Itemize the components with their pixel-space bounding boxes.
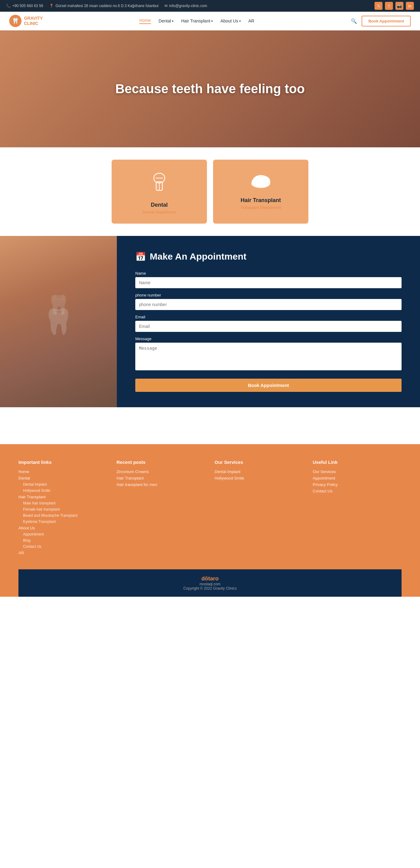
message-input[interactable]: [135, 343, 401, 370]
linkedin-icon[interactable]: in: [406, 2, 414, 10]
footer-service-implant[interactable]: Dental Implant: [215, 469, 303, 474]
footer-useful-privacy[interactable]: Privacy Policy: [313, 482, 401, 487]
footer-useful-contact[interactable]: Contact Us: [313, 489, 401, 493]
nav-dental[interactable]: Dental: [159, 19, 173, 23]
email-icon: ✉: [164, 4, 168, 8]
appointment-form-container: 📅 Make An Appointment Name phone number …: [117, 236, 420, 407]
address-text: Gürsel mahallesi 28 nisan caddesi no.6 D…: [55, 4, 158, 8]
nav-right: 🔍 Book Appointment: [351, 16, 411, 27]
top-bar-contact: 📞 +90 505 660 63 56 📍 Gürsel mahallesi 2…: [6, 4, 207, 8]
appointment-image: 🦷: [0, 236, 117, 407]
footer-post-zirconium[interactable]: Zirconium Crowns: [117, 469, 205, 474]
top-bar: 📞 +90 505 660 63 56 📍 Gürsel mahallesi 2…: [0, 0, 420, 12]
footer-post-hair-men[interactable]: Hair transplant for men: [117, 482, 205, 487]
nav-links: Home Dental Hair Transplant About Us AR: [139, 18, 254, 24]
footer-important-links: Important links Home Dental Dental Impla…: [19, 460, 107, 557]
dental-subtitle: Dental Department: [118, 210, 201, 214]
footer-recent-posts: Recent posts Zirconium Crowns Hair Trans…: [117, 460, 205, 557]
hair-transplant-subtitle: Transplant Department: [219, 205, 302, 210]
footer-link-female-hair[interactable]: Female hair transplant: [19, 507, 107, 512]
logo[interactable]: 🦷 GRAVITY CLINIC: [9, 15, 43, 27]
footer-post-hair[interactable]: Hair Transplant: [117, 476, 205, 480]
nav-home[interactable]: Home: [139, 18, 151, 24]
hero-headline: Because teeth have feeling too: [115, 82, 305, 96]
instagram-icon[interactable]: 📷: [395, 2, 403, 10]
email-info: ✉ info@gravity-clinic.com: [164, 4, 207, 8]
email-input[interactable]: [135, 321, 401, 332]
footer-service-hollywood[interactable]: Hollywood Smile: [215, 476, 303, 480]
form-heading: 📅 Make An Appointment: [135, 251, 401, 262]
location-icon: 📍: [49, 4, 54, 8]
spacer: [0, 426, 420, 444]
social-links: 𝕏 f 📷 in: [375, 2, 414, 10]
message-group: Message: [135, 337, 401, 372]
footer-copyright: Copyright © 2022 Gravity Clinics: [25, 586, 395, 591]
footer-link-home[interactable]: Home: [19, 469, 107, 474]
footer-link-ar[interactable]: AR: [19, 551, 107, 555]
logo-line2: CLINIC: [24, 21, 38, 26]
hair-transplant-title: Hair Transplant: [219, 197, 302, 204]
logo-text: GRAVITY CLINIC: [24, 16, 43, 26]
hero-content: Because teeth have feeling too: [115, 82, 305, 96]
services-section: Dental Dental Department Hair Transplant…: [0, 147, 420, 236]
footer-link-contact[interactable]: Contact Us: [19, 545, 107, 549]
phone-label: phone number: [135, 293, 401, 298]
email-group: Email: [135, 315, 401, 332]
nav-hair-transplant[interactable]: Hair Transplant: [181, 19, 213, 23]
footer-brand: dōtaro: [25, 576, 395, 582]
footer-useful-links: Useful Link Our Services Appointment Pri…: [313, 460, 401, 557]
footer-link-eyebrow[interactable]: Eyebrow Transplant: [19, 520, 107, 524]
twitter-icon[interactable]: 𝕏: [375, 2, 383, 10]
name-group: Name: [135, 271, 401, 288]
nav-about-us[interactable]: About Us: [221, 19, 241, 23]
important-links-heading: Important links: [19, 460, 107, 465]
form-title: Make An Appointment: [150, 251, 246, 262]
hero-section: Because teeth have feeling too: [0, 30, 420, 147]
appointment-section: 🦷 📅 Make An Appointment Name phone numbe…: [0, 236, 420, 426]
footer-mostaql: mostaql.com: [25, 582, 395, 586]
calendar-icon: 📅: [135, 252, 146, 262]
footer-link-dental[interactable]: Dental: [19, 476, 107, 480]
search-icon[interactable]: 🔍: [351, 18, 357, 24]
email-text: info@gravity-clinic.com: [169, 4, 207, 8]
name-label: Name: [135, 271, 401, 276]
phone-input[interactable]: [135, 299, 401, 310]
footer-link-about[interactable]: About Us: [19, 526, 107, 530]
phone-icon: 📞: [6, 4, 11, 8]
hair-transplant-card[interactable]: Hair Transplant Transplant Department: [213, 160, 309, 224]
footer-link-dental-implant[interactable]: Dental Implant: [19, 482, 107, 487]
phone-info: 📞 +90 505 660 63 56: [6, 4, 43, 8]
recent-posts-heading: Recent posts: [117, 460, 205, 465]
footer-grid: Important links Home Dental Dental Impla…: [19, 460, 401, 569]
footer-link-beard[interactable]: Beard and Moustache Transplant: [19, 514, 107, 518]
submit-button[interactable]: Book Appointment: [135, 379, 401, 392]
dental-title: Dental: [118, 202, 201, 208]
nav-ar[interactable]: AR: [249, 19, 254, 23]
footer-useful-appointment[interactable]: Appointment: [313, 476, 401, 480]
footer-our-services: Our Services Dental Implant Hollywood Sm…: [215, 460, 303, 557]
message-label: Message: [135, 337, 401, 341]
footer: Important links Home Dental Dental Impla…: [0, 444, 420, 597]
phone-group: phone number: [135, 293, 401, 310]
our-services-heading: Our Services: [215, 460, 303, 465]
hair-transplant-icon: [219, 172, 302, 192]
dental-card[interactable]: Dental Dental Department: [111, 160, 207, 224]
book-appointment-button[interactable]: Book Appointment: [362, 16, 411, 27]
useful-link-heading: Useful Link: [313, 460, 401, 465]
name-input[interactable]: [135, 277, 401, 288]
footer-link-hollywood-smile[interactable]: Hollywood Smile: [19, 489, 107, 493]
email-label: Email: [135, 315, 401, 319]
facebook-icon[interactable]: f: [385, 2, 393, 10]
footer-link-male-hair[interactable]: Male hair transplant: [19, 501, 107, 505]
footer-link-blog[interactable]: Blog: [19, 538, 107, 542]
dental-icon: [118, 172, 201, 197]
footer-bottom: dōtaro mostaql.com Copyright © 2022 Grav…: [19, 569, 401, 597]
footer-useful-services[interactable]: Our Services: [313, 469, 401, 474]
logo-icon: 🦷: [9, 15, 22, 27]
address-info: 📍 Gürsel mahallesi 28 nisan caddesi no.6…: [49, 4, 158, 8]
footer-link-hair-transplant[interactable]: Hair Transplant: [19, 495, 107, 499]
navbar: 🦷 GRAVITY CLINIC Home Dental Hair Transp…: [0, 12, 420, 30]
footer-link-appointment[interactable]: Appointment: [19, 532, 107, 536]
phone-number: +90 505 660 63 56: [12, 4, 43, 8]
